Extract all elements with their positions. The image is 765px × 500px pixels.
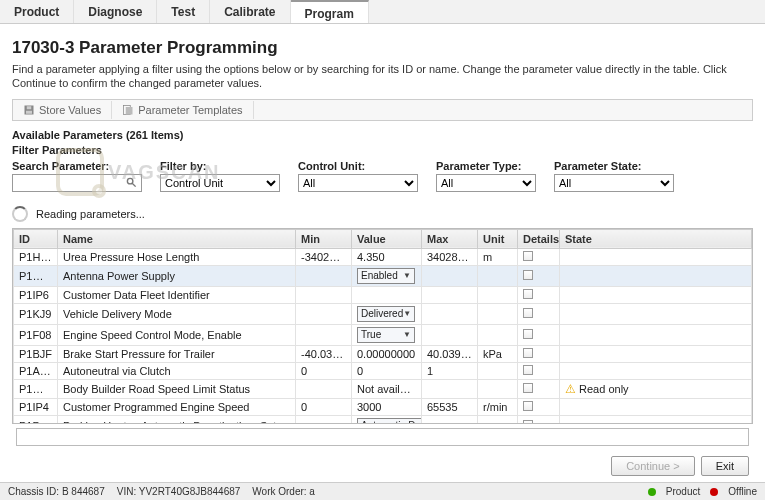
details-icon[interactable]	[523, 308, 533, 318]
cell-details[interactable]	[518, 303, 560, 324]
cell-unit	[478, 379, 518, 398]
cell-id: P1IP4	[14, 398, 58, 415]
cell-details[interactable]	[518, 265, 560, 286]
bottom-filter-input[interactable]	[16, 428, 749, 446]
store-values-tab[interactable]: Store Values	[13, 101, 112, 119]
cell-state: ⚠ Read only	[560, 379, 752, 398]
value-dropdown[interactable]: True▼	[357, 327, 415, 343]
col-details[interactable]: Details	[518, 229, 560, 248]
table-row[interactable]: P1F08Engine Speed Control Mode, EnableTr…	[14, 324, 752, 345]
cell-value[interactable]: Not available	[352, 379, 422, 398]
value-dropdown[interactable]: Enabled▼	[357, 268, 415, 284]
tab-diagnose[interactable]: Diagnose	[74, 0, 157, 23]
cell-value[interactable]: True▼	[352, 324, 422, 345]
table-row[interactable]: P1IP6Customer Data Fleet Identifier	[14, 286, 752, 303]
filterby-select[interactable]: Control Unit	[160, 174, 280, 192]
col-min[interactable]: Min	[296, 229, 352, 248]
details-icon[interactable]	[523, 289, 533, 299]
cell-state	[560, 248, 752, 265]
work-order: Work Order: a	[252, 486, 315, 497]
table-row[interactable]: P1KJ9Vehicle Delivery ModeDelivered▼	[14, 303, 752, 324]
cell-min: -40.039062	[296, 345, 352, 362]
col-value[interactable]: Value	[352, 229, 422, 248]
cell-details[interactable]	[518, 362, 560, 379]
cell-value[interactable]: Automatic D▼	[352, 415, 422, 424]
cell-value[interactable]	[352, 286, 422, 303]
table-row[interactable]: P1M4TAntenna Power SupplyEnabled▼	[14, 265, 752, 286]
svg-rect-2	[27, 106, 32, 109]
tab-product[interactable]: Product	[0, 0, 74, 23]
offline-status-icon	[710, 488, 718, 496]
details-icon[interactable]	[523, 365, 533, 375]
cell-state	[560, 324, 752, 345]
details-icon[interactable]	[523, 383, 533, 393]
table-row[interactable]: P1GA7Body Builder Road Speed Limit Statu…	[14, 379, 752, 398]
cell-value[interactable]: 4.350	[352, 248, 422, 265]
control-unit-select[interactable]: All	[298, 174, 418, 192]
filter-parameters-heading: Filter Parameters	[12, 144, 753, 156]
table-row[interactable]: P1AO7Autoneutral via Clutch001	[14, 362, 752, 379]
table-row[interactable]: P1H6PUrea Pressure Hose Length-340282346…	[14, 248, 752, 265]
col-unit[interactable]: Unit	[478, 229, 518, 248]
page-title: 17030-3 Parameter Programming	[12, 38, 753, 58]
cell-details[interactable]	[518, 398, 560, 415]
cell-max: 40.0390625	[422, 345, 478, 362]
cell-max: 340282346	[422, 248, 478, 265]
sub-toolbar: Store Values Parameter Templates	[12, 99, 753, 121]
value-dropdown[interactable]: Automatic D▼	[357, 418, 422, 424]
page-description: Find a parameter applying a filter using…	[12, 62, 753, 91]
cell-id: P1AO7	[14, 362, 58, 379]
tab-program[interactable]: Program	[291, 0, 369, 23]
filterby-label: Filter by:	[160, 160, 280, 172]
svg-line-6	[132, 183, 135, 186]
product-status: Product	[666, 486, 700, 497]
search-input[interactable]	[12, 174, 142, 192]
cell-details[interactable]	[518, 415, 560, 424]
col-id[interactable]: ID	[14, 229, 58, 248]
cell-min	[296, 265, 352, 286]
details-icon[interactable]	[523, 348, 533, 358]
param-templates-tab[interactable]: Parameter Templates	[112, 101, 253, 119]
cell-details[interactable]	[518, 324, 560, 345]
cell-unit	[478, 362, 518, 379]
cell-state	[560, 286, 752, 303]
cell-details[interactable]	[518, 345, 560, 362]
cell-unit	[478, 324, 518, 345]
details-icon[interactable]	[523, 329, 533, 339]
cell-details[interactable]	[518, 248, 560, 265]
details-icon[interactable]	[523, 420, 533, 424]
cell-value[interactable]: Delivered▼	[352, 303, 422, 324]
svg-point-5	[127, 178, 133, 184]
cell-value[interactable]: 0.00000000	[352, 345, 422, 362]
cell-value[interactable]: 3000	[352, 398, 422, 415]
control-unit-label: Control Unit:	[298, 160, 418, 172]
col-state[interactable]: State	[560, 229, 752, 248]
col-name[interactable]: Name	[58, 229, 296, 248]
continue-button[interactable]: Continue >	[611, 456, 695, 476]
table-row[interactable]: P1POZParking Heater, Automatic Deactivat…	[14, 415, 752, 424]
col-max[interactable]: Max	[422, 229, 478, 248]
cell-value[interactable]: 0	[352, 362, 422, 379]
parameter-grid: IDNameMinValueMaxUnitDetailsState P1H6PU…	[12, 228, 753, 424]
cell-min	[296, 415, 352, 424]
cell-value[interactable]: Enabled▼	[352, 265, 422, 286]
tab-calibrate[interactable]: Calibrate	[210, 0, 290, 23]
cell-id: P1M4T	[14, 265, 58, 286]
table-row[interactable]: P1IP4Customer Programmed Engine Speed030…	[14, 398, 752, 415]
cell-details[interactable]	[518, 286, 560, 303]
details-icon[interactable]	[523, 401, 533, 411]
cell-max	[422, 379, 478, 398]
cell-name: Customer Programmed Engine Speed	[58, 398, 296, 415]
svg-rect-1	[26, 110, 32, 113]
table-row[interactable]: P1BJFBrake Start Pressure for Trailer-40…	[14, 345, 752, 362]
template-icon	[122, 104, 134, 116]
parameter-state-select[interactable]: All	[554, 174, 674, 192]
value-dropdown[interactable]: Delivered▼	[357, 306, 415, 322]
exit-button[interactable]: Exit	[701, 456, 749, 476]
parameter-type-select[interactable]: All	[436, 174, 536, 192]
param-templates-label: Parameter Templates	[138, 104, 242, 116]
tab-test[interactable]: Test	[157, 0, 210, 23]
cell-details[interactable]	[518, 379, 560, 398]
details-icon[interactable]	[523, 270, 533, 280]
details-icon[interactable]	[523, 251, 533, 261]
